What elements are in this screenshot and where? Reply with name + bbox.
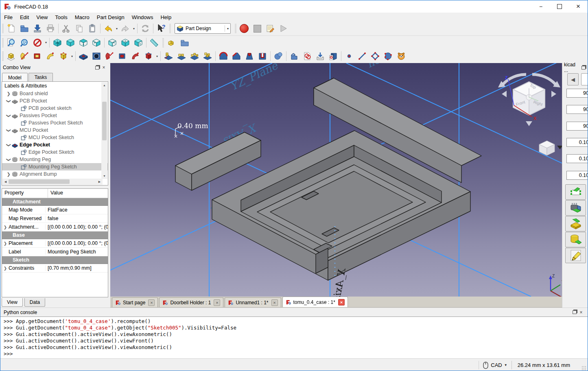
property-value[interactable]: [(0.00 0.00 1.00); 0.00 °; (0.... xyxy=(46,224,108,230)
view-top-button[interactable] xyxy=(77,36,90,49)
subtractive-loft-button[interactable] xyxy=(116,50,129,63)
kicad-export-module-button[interactable] xyxy=(565,200,586,216)
redo-dropdown[interactable]: ▾ xyxy=(132,22,136,35)
kicad-spinbox[interactable]: 90 xyxy=(566,89,588,98)
scroll-right-icon[interactable]: ▶ xyxy=(96,179,103,185)
undo-button[interactable] xyxy=(102,22,115,35)
create-group-button[interactable] xyxy=(178,36,191,49)
close-tab-button[interactable]: × xyxy=(338,299,345,306)
close-tab-button[interactable]: × xyxy=(271,299,278,306)
scroll-up-icon[interactable]: ▲ xyxy=(101,82,107,88)
sketch-bspline-button[interactable] xyxy=(382,50,395,63)
toolbar-grip[interactable] xyxy=(169,24,171,33)
tab-tasks[interactable]: Tasks xyxy=(28,73,53,81)
property-value[interactable]: [0.70 mm;0.90 mm] xyxy=(46,265,108,271)
view-left-button[interactable] xyxy=(132,36,145,49)
case-model[interactable] xyxy=(175,78,481,280)
toolbar-grip[interactable] xyxy=(235,24,236,33)
tree-item[interactable]: Edge Pocket Sketch xyxy=(2,148,108,156)
menu-macro[interactable]: Macro xyxy=(71,13,93,21)
python-console-header[interactable]: Python console × xyxy=(0,308,588,316)
additive-primitive-dropdown[interactable]: ▾ xyxy=(70,50,74,62)
fit-all-button[interactable] xyxy=(5,36,18,49)
undock-panel-icon[interactable] xyxy=(94,65,101,70)
subtractive-primitive-button[interactable] xyxy=(142,50,155,63)
groove-button[interactable] xyxy=(103,50,116,63)
navigation-cube[interactable]: Top Front Right Z X xyxy=(498,74,562,155)
close-panel-icon[interactable]: × xyxy=(101,65,107,70)
tree-item[interactable]: ❯Edge Pocket xyxy=(2,141,108,148)
polar-pattern-button[interactable] xyxy=(188,50,201,63)
expander-icon[interactable]: ❯ xyxy=(6,142,11,148)
create-body-button[interactable] xyxy=(165,36,178,49)
property-row[interactable]: ❯Attachment...[(0.00 0.00 1.00); 0.00 °;… xyxy=(2,223,108,231)
property-value[interactable]: FlatFace xyxy=(46,207,108,213)
tree-horizontal-scrollbar[interactable]: ◀ ▶ xyxy=(2,179,103,185)
close-tab-button[interactable]: × xyxy=(214,299,220,306)
close-button[interactable]: × xyxy=(569,0,588,13)
property-value[interactable]: Mounting Peg Sketch xyxy=(46,249,108,255)
undock-panel-icon[interactable] xyxy=(571,310,578,315)
mirrored-button[interactable] xyxy=(162,50,175,63)
tree-item[interactable]: ❯Passives Pocket xyxy=(2,112,108,119)
undo-dropdown[interactable]: ▾ xyxy=(115,22,119,35)
kicad-push-footprint-button[interactable] xyxy=(565,184,586,200)
3d-viewport[interactable]: YZ_Plane X_Axis Y_Axis ne xyxy=(110,63,562,297)
property-value[interactable]: [(0.00 0.00 1.00); 0.00 °; (0.... xyxy=(46,240,108,246)
macro-edit-button[interactable] xyxy=(264,22,277,35)
chamfer-button[interactable] xyxy=(230,50,243,63)
tree-item[interactable]: PCB pocket sketch xyxy=(2,105,108,112)
close-tab-button[interactable]: × xyxy=(148,299,155,306)
view-rear-button[interactable] xyxy=(106,36,119,49)
draw-style-dropdown[interactable]: ▾ xyxy=(44,37,48,49)
scroll-left-icon[interactable]: ◀ xyxy=(2,179,9,185)
scroll-down-icon[interactable]: ▼ xyxy=(101,173,107,179)
thickness-button[interactable] xyxy=(256,50,269,63)
expander-icon[interactable]: ❯ xyxy=(6,98,11,104)
pad-button[interactable] xyxy=(5,50,18,63)
boolean-button[interactable] xyxy=(272,50,285,63)
fillet-button[interactable] xyxy=(217,50,230,63)
toolbar-grip[interactable] xyxy=(2,52,4,61)
shape-binder-button[interactable] xyxy=(288,50,301,63)
tab-model[interactable]: Model xyxy=(2,73,28,82)
import-part-button[interactable] xyxy=(314,50,327,63)
fit-selection-button[interactable] xyxy=(18,36,31,49)
export-part-button[interactable] xyxy=(327,50,340,63)
document-tab[interactable]: Unnamed1 : 1*× xyxy=(225,297,281,307)
kicad-model-db-button[interactable] xyxy=(565,232,586,247)
cut-button[interactable] xyxy=(60,22,73,35)
tree-vertical-scrollbar[interactable]: ▲ ▼ xyxy=(101,82,107,179)
property-row[interactable]: Map ModeFlatFace xyxy=(2,206,108,214)
expander-icon[interactable]: ❯ xyxy=(6,156,11,163)
tree-item[interactable]: Mounting Peg Sketch xyxy=(2,163,108,170)
tree-item[interactable]: Passives Pocket Sketch xyxy=(2,119,108,127)
kicad-spinbox[interactable]: 90 xyxy=(566,122,588,131)
tab-data[interactable]: Data xyxy=(24,298,45,307)
redo-button[interactable] xyxy=(119,22,132,35)
pocket-button[interactable] xyxy=(77,50,90,63)
scrollbar-thumb[interactable] xyxy=(9,179,70,184)
scrollbar-thumb[interactable] xyxy=(102,102,107,140)
undock-panel-icon[interactable] xyxy=(580,65,587,70)
additive-primitive-button[interactable] xyxy=(57,50,70,63)
property-group-header[interactable]: Sketch xyxy=(2,256,108,264)
linear-pattern-button[interactable] xyxy=(175,50,188,63)
tree-item[interactable]: ❯MCU Pocket xyxy=(2,127,108,134)
tree-item[interactable]: ❯Alignment Bump xyxy=(2,170,108,178)
document-tab[interactable]: Doorbell Holder : 1× xyxy=(159,297,223,307)
property-row[interactable]: Map Reversedfalse xyxy=(2,214,108,223)
expander-icon[interactable]: ❯ xyxy=(6,127,11,133)
python-console[interactable]: >>> App.getDocument('tomu_0_4_case').rec… xyxy=(0,316,588,358)
tree-item[interactable]: ❯Mounting Peg xyxy=(2,156,108,163)
kicad-edit-button[interactable] xyxy=(565,248,586,263)
property-row[interactable]: LabelMounting Peg Sketch xyxy=(2,248,108,256)
kicad-load-model-button[interactable] xyxy=(565,216,586,231)
subtractive-primitive-dropdown[interactable]: ▾ xyxy=(155,50,159,62)
title-bar[interactable]: FreeCAD 0.18 − × xyxy=(0,0,588,13)
close-panel-icon[interactable]: × xyxy=(578,310,584,315)
macro-run-button[interactable] xyxy=(277,22,290,35)
value-column-header[interactable]: Value xyxy=(48,189,66,198)
clone-button[interactable] xyxy=(301,50,314,63)
new-document-button[interactable] xyxy=(5,22,18,35)
